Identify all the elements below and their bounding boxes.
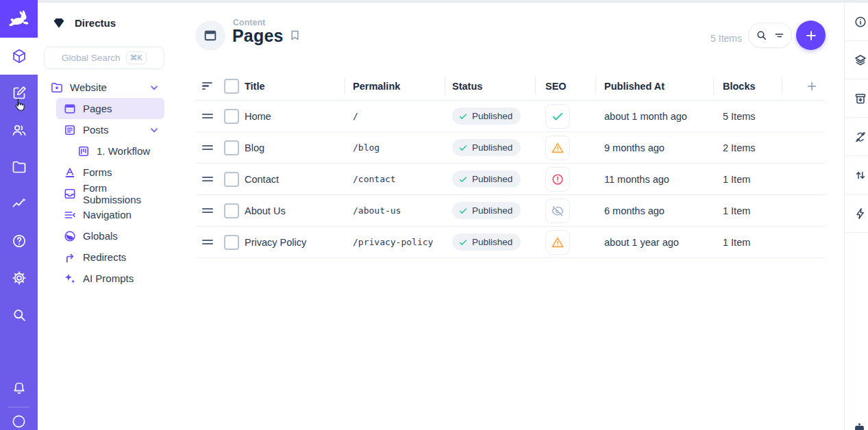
shortcut-badge: ⌘K (126, 51, 147, 64)
title-icon (63, 166, 77, 179)
row-permalink: /blog (353, 142, 380, 153)
column-header-title[interactable]: Title (242, 72, 345, 100)
chevron-down-icon[interactable] (148, 124, 160, 136)
chevron-down-icon[interactable] (148, 81, 160, 94)
right-sidebar (844, 3, 868, 430)
table-row[interactable]: Contact /contact Published 11 months ago… (195, 164, 826, 195)
insights-icon (11, 196, 27, 212)
status-badge: Published (452, 202, 521, 219)
row-blocks: 1 Item (723, 205, 750, 216)
check-icon (458, 238, 468, 247)
account-button[interactable] (0, 407, 38, 430)
nav-label: AI Prompts (83, 273, 134, 284)
nav-label: Globals (83, 230, 118, 242)
row-published-at: 6 months ago (604, 205, 665, 216)
bolt-icon (854, 207, 867, 220)
row-checkbox[interactable] (224, 203, 239, 218)
column-header-status[interactable]: Status (445, 72, 535, 100)
archive-icon (854, 92, 867, 105)
project-row[interactable]: Directus (38, 3, 192, 30)
page-title: Pages (232, 26, 284, 46)
nav-label: Redirects (83, 251, 126, 263)
add-column-icon[interactable] (805, 79, 819, 93)
sidebar-import-export-button[interactable] (845, 156, 868, 194)
manual-sort-icon[interactable] (202, 81, 212, 92)
drag-handle-icon[interactable] (202, 144, 213, 152)
nav-item-ai-prompts[interactable]: AI Prompts (56, 268, 164, 289)
nav-item-form-submissions[interactable]: Form Submissions (56, 183, 164, 204)
row-blocks: 1 Item (723, 237, 750, 248)
row-published-at: 9 months ago (604, 142, 665, 153)
status-badge: Published (452, 233, 521, 251)
bookmark-icon[interactable] (288, 29, 301, 42)
notifications-button[interactable] (0, 370, 38, 407)
nav-item-redirects[interactable]: Redirects (56, 246, 164, 268)
module-content[interactable] (0, 38, 38, 75)
module-insights[interactable] (0, 186, 38, 223)
search-icon[interactable] (755, 29, 768, 42)
nav-item-navigation[interactable]: Navigation (56, 204, 164, 225)
inbox-icon (63, 187, 77, 201)
drag-handle-icon[interactable] (202, 112, 213, 121)
sidebar-layout-options-button[interactable] (845, 41, 868, 79)
column-header-blocks[interactable]: Blocks (713, 72, 782, 100)
search-filter-pill[interactable] (748, 23, 792, 48)
row-checkbox[interactable] (224, 109, 239, 124)
table-body: Home / Published about 1 month ago 5 Ite… (195, 101, 826, 258)
column-header-permalink[interactable]: Permalink (345, 72, 445, 100)
nav-item-forms[interactable]: Forms (56, 162, 164, 183)
module-editor[interactable] (0, 75, 38, 112)
row-published-at: 11 months ago (604, 174, 669, 185)
import-export-icon (854, 168, 867, 182)
row-checkbox[interactable] (224, 235, 239, 250)
row-blocks: 5 Items (723, 111, 756, 122)
sidebar-refresh-disabled-button[interactable] (845, 118, 868, 156)
module-user-directory[interactable] (0, 112, 38, 149)
nav-label: Posts (83, 124, 109, 136)
column-header-published-at[interactable]: Published At (595, 72, 713, 100)
table-row[interactable]: About Us /about-us Published 6 months ag… (195, 195, 826, 227)
directus-logo[interactable] (0, 0, 38, 38)
module-settings[interactable] (0, 260, 38, 296)
nav-label: Pages (83, 103, 112, 114)
global-search-input[interactable]: Global Search ⌘K (44, 47, 164, 69)
status-badge: Published (452, 170, 521, 188)
nav-item-workflow[interactable]: 1. Workflow (56, 140, 164, 162)
nav-item-pages[interactable]: Pages (56, 98, 164, 119)
sidebar-archive-button[interactable] (845, 79, 868, 118)
table-row[interactable]: Privacy Policy /privacy-policy Published… (195, 227, 826, 258)
row-checkbox[interactable] (224, 172, 239, 187)
project-diamond-icon (51, 15, 66, 30)
module-file-library[interactable] (0, 149, 38, 186)
sidebar-flows-button[interactable] (845, 194, 868, 233)
row-title: Home (245, 111, 271, 122)
module-help[interactable] (0, 223, 38, 260)
drag-handle-icon[interactable] (202, 207, 213, 215)
sidebar-info-button[interactable] (845, 3, 868, 41)
row-permalink: / (353, 111, 358, 121)
row-checkbox[interactable] (224, 140, 239, 155)
column-header-seo[interactable]: SEO (535, 72, 595, 100)
drag-handle-icon[interactable] (202, 238, 213, 246)
nav-item-posts[interactable]: Posts (56, 119, 164, 140)
nav-item-globals[interactable]: Globals (56, 225, 164, 246)
search-icon (11, 307, 27, 323)
status-badge: Published (452, 108, 521, 125)
select-all-checkbox[interactable] (224, 79, 239, 94)
nav-folder-website[interactable]: Website (46, 77, 164, 98)
row-permalink: /privacy-policy (353, 237, 433, 247)
row-published-at: about 1 year ago (604, 237, 679, 248)
gear-icon (11, 270, 27, 286)
nav-label: Navigation (83, 209, 132, 220)
kanban-icon (77, 144, 90, 158)
items-count: 5 Items (710, 33, 742, 44)
table-row[interactable]: Home / Published about 1 month ago 5 Ite… (195, 101, 826, 132)
seo-warning-icon (545, 230, 570, 255)
add-item-button[interactable] (796, 21, 826, 50)
drag-handle-icon[interactable] (202, 175, 213, 184)
article-icon (63, 123, 77, 137)
module-search[interactable] (0, 296, 38, 333)
main-content: Content Pages 5 Items Title Permalink St… (192, 3, 845, 430)
filter-icon[interactable] (773, 29, 786, 42)
table-row[interactable]: Blog /blog Published 9 months ago 2 Item… (195, 132, 826, 164)
